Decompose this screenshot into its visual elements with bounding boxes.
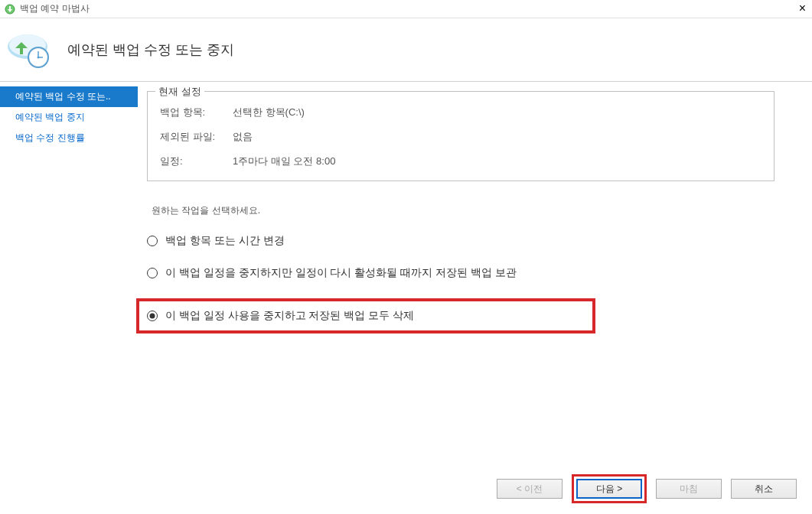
settings-label: 일정: xyxy=(160,155,233,168)
option-change-items[interactable]: 백업 항목 또는 시간 변경 xyxy=(147,234,784,248)
radio-icon xyxy=(147,268,158,278)
close-icon[interactable]: × xyxy=(799,2,806,15)
settings-value: 1주마다 매일 오전 8:00 xyxy=(233,155,335,168)
option-label: 이 백업 일정을 중지하지만 일정이 다시 활성화될 때까지 저장된 백업 보관 xyxy=(165,266,517,280)
radio-icon xyxy=(147,236,158,246)
option-stop-delete[interactable]: 이 백업 일정 사용을 중지하고 저장된 백업 모두 삭제 xyxy=(136,298,595,333)
button-label: 취소 xyxy=(755,483,773,496)
button-label: 다음 > xyxy=(596,483,622,496)
sidebar-item-label: 예약된 백업 중지 xyxy=(15,112,85,122)
wizard-header-icon xyxy=(6,28,52,71)
next-button-highlight: 다음 > xyxy=(572,474,647,503)
current-settings-box: 현재 설정 백업 항목: 선택한 항목(C:\) 제외된 파일: 없음 일정: … xyxy=(147,91,774,181)
sidebar-item-progress[interactable]: 백업 수정 진행률 xyxy=(0,128,138,148)
settings-row-schedule: 일정: 1주마다 매일 오전 8:00 xyxy=(160,155,761,168)
main-content: 현재 설정 백업 항목: 선택한 항목(C:\) 제외된 파일: 없음 일정: … xyxy=(138,82,812,479)
svg-point-7 xyxy=(38,57,40,59)
settings-row-backup-item: 백업 항목: 선택한 항목(C:\) xyxy=(160,106,761,119)
button-label: < 이전 xyxy=(517,483,543,496)
option-label: 백업 항목 또는 시간 변경 xyxy=(165,234,285,248)
wizard-footer: < 이전 다음 > 마침 취소 xyxy=(497,474,797,503)
page-title: 예약된 백업 수정 또는 중지 xyxy=(67,41,234,59)
window-title: 백업 예약 마법사 xyxy=(20,2,90,15)
sidebar-item-label: 예약된 백업 수정 또는.. xyxy=(15,91,111,102)
cancel-button[interactable]: 취소 xyxy=(731,479,797,499)
settings-legend: 현재 설정 xyxy=(155,85,204,99)
settings-label: 제외된 파일: xyxy=(160,130,233,144)
titlebar: 백업 예약 마법사 × xyxy=(0,0,812,18)
settings-label: 백업 항목: xyxy=(160,106,233,119)
wizard-header: 예약된 백업 수정 또는 중지 xyxy=(0,18,812,81)
prompt-text: 원하는 작업을 선택하세요. xyxy=(152,204,784,217)
sidebar-item-stop-backup[interactable]: 예약된 백업 중지 xyxy=(0,107,138,128)
sidebar-item-modify-or-stop[interactable]: 예약된 백업 수정 또는.. xyxy=(0,86,138,107)
next-button[interactable]: 다음 > xyxy=(576,479,642,499)
app-icon xyxy=(5,4,15,15)
option-stop-keep[interactable]: 이 백업 일정을 중지하지만 일정이 다시 활성화될 때까지 저장된 백업 보관 xyxy=(147,266,784,280)
settings-value: 선택한 항목(C:\) xyxy=(233,106,305,119)
settings-value: 없음 xyxy=(233,130,253,144)
settings-row-excluded: 제외된 파일: 없음 xyxy=(160,130,761,144)
sidebar: 예약된 백업 수정 또는.. 예약된 백업 중지 백업 수정 진행률 xyxy=(0,82,138,479)
radio-icon xyxy=(147,311,158,321)
finish-button: 마침 xyxy=(656,479,722,499)
prev-button: < 이전 xyxy=(497,479,563,499)
button-label: 마침 xyxy=(680,483,698,496)
option-label: 이 백업 일정 사용을 중지하고 저장된 백업 모두 삭제 xyxy=(165,309,414,323)
sidebar-item-label: 백업 수정 진행률 xyxy=(15,132,85,143)
